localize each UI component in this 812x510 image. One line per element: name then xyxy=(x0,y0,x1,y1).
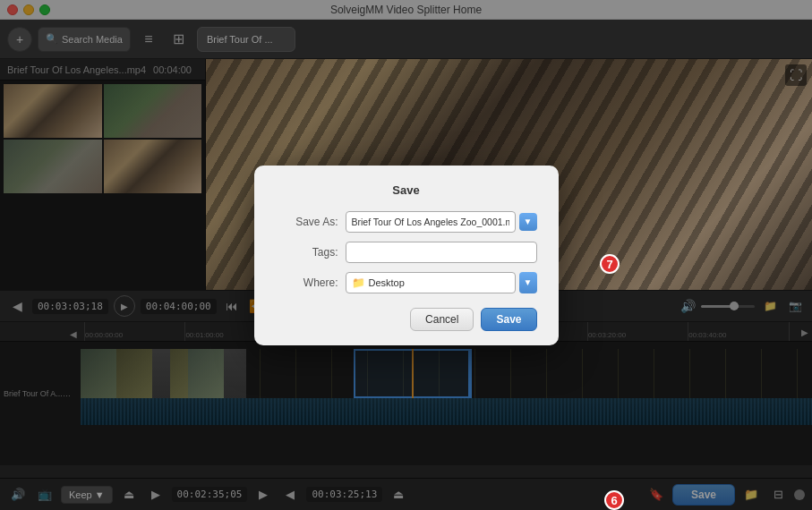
where-dropdown-button[interactable]: ▼ xyxy=(519,272,537,293)
save-dialog: Save Save As: ▼ Tags: Where: 📁 Desktop ▼ xyxy=(254,166,559,345)
where-input[interactable]: 📁 Desktop xyxy=(346,272,516,293)
save-as-label: Save As: xyxy=(276,216,338,228)
folder-icon: 📁 xyxy=(352,276,365,289)
badge-7: 7 xyxy=(600,254,620,274)
tags-label: Tags: xyxy=(276,246,338,259)
tags-input[interactable] xyxy=(346,242,537,263)
where-row: Where: 📁 Desktop ▼ xyxy=(276,272,537,293)
save-button[interactable]: Save xyxy=(481,308,536,331)
save-as-dropdown-button[interactable]: ▼ xyxy=(519,213,537,231)
save-dialog-overlay: Save Save As: ▼ Tags: Where: 📁 Desktop ▼ xyxy=(0,0,812,510)
save-as-input[interactable] xyxy=(346,211,516,233)
modal-buttons: Cancel Save xyxy=(276,308,537,331)
save-as-row: Save As: ▼ xyxy=(276,211,537,233)
badge-6: 6 xyxy=(604,490,624,510)
where-value: Desktop xyxy=(369,277,405,288)
where-label: Where: xyxy=(276,276,338,289)
cancel-button[interactable]: Cancel xyxy=(410,308,474,331)
tags-row: Tags: xyxy=(276,242,537,263)
modal-title: Save xyxy=(276,183,537,197)
